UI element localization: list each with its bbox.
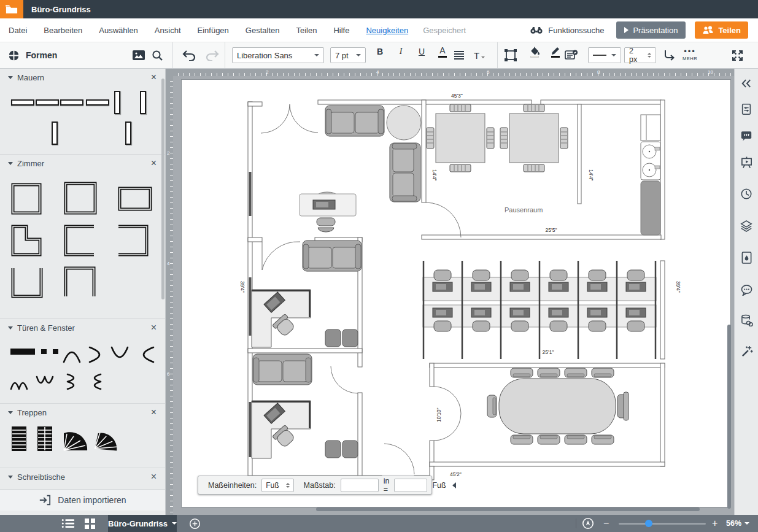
- floorplan-drawing[interactable]: 45'3" 14'4" 14'4" 25'5" 39'4" 39'4" 25'1…: [182, 80, 730, 507]
- room-shape[interactable]: [115, 223, 150, 258]
- room-shape[interactable]: [10, 265, 44, 299]
- share-button[interactable]: Teilen: [695, 21, 748, 39]
- window-shape[interactable]: [10, 347, 36, 356]
- import-data-button[interactable]: Daten importieren: [0, 489, 165, 511]
- collapse-caret-icon[interactable]: [8, 326, 13, 330]
- menu-datei[interactable]: Datei: [9, 26, 27, 35]
- exec-chair[interactable]: [617, 392, 628, 420]
- guest-chairs[interactable]: [325, 330, 358, 347]
- text-align-button[interactable]: [454, 42, 464, 68]
- zoom-in-button[interactable]: +: [712, 515, 717, 532]
- undo-button[interactable]: [182, 42, 196, 68]
- stepper-arrows[interactable]: [648, 53, 651, 58]
- door-arc-shape[interactable]: [87, 346, 107, 364]
- insert-image-button[interactable]: [133, 42, 145, 68]
- zoom-level[interactable]: 56%: [726, 515, 749, 532]
- fridge[interactable]: [641, 115, 660, 141]
- menu-bearbeiten[interactable]: Bearbeiten: [44, 26, 82, 35]
- door-opening-shape[interactable]: [41, 347, 60, 356]
- menu-ansicht[interactable]: Ansicht: [155, 26, 181, 35]
- shape-search-button[interactable]: [152, 42, 163, 68]
- collapse-caret-icon[interactable]: [8, 162, 13, 165]
- double-door-shape[interactable]: [10, 374, 29, 391]
- conference-table[interactable]: [499, 379, 616, 434]
- feedback-button[interactable]: [740, 129, 753, 142]
- more-tools-button[interactable]: •••MEHR: [683, 42, 697, 68]
- room-shape[interactable]: [117, 185, 153, 212]
- reception-desk[interactable]: [300, 192, 356, 232]
- menu-gestalten[interactable]: Gestalten: [246, 26, 280, 35]
- close-icon[interactable]: ×: [151, 72, 157, 83]
- wall-shape[interactable]: [60, 99, 83, 106]
- wall-shape[interactable]: [11, 99, 34, 106]
- collapse-caret-icon[interactable]: [8, 76, 13, 79]
- fullscreen-button[interactable]: [732, 42, 743, 68]
- theme-button[interactable]: [740, 251, 753, 264]
- office-desk[interactable]: [252, 290, 311, 347]
- round-table[interactable]: [387, 106, 421, 140]
- app-logo[interactable]: [0, 0, 23, 18]
- feature-search[interactable]: Funktionssuche: [530, 26, 604, 35]
- sofa[interactable]: [325, 106, 384, 136]
- page-settings-button[interactable]: [740, 102, 753, 116]
- font-family-select[interactable]: Liberation Sans: [232, 47, 324, 63]
- italic-button[interactable]: I: [392, 42, 410, 61]
- bold-button[interactable]: B: [371, 42, 389, 61]
- line-width-stepper[interactable]: 2 px: [624, 47, 656, 63]
- sofa[interactable]: [390, 143, 420, 202]
- scale-input[interactable]: [341, 479, 379, 492]
- door-arc-shape[interactable]: [63, 346, 82, 364]
- horizontal-scrollbar[interactable]: [316, 507, 700, 511]
- add-page-button[interactable]: [189, 515, 201, 532]
- wall-shape[interactable]: [86, 99, 109, 106]
- counter[interactable]: [641, 181, 660, 235]
- close-icon[interactable]: ×: [151, 407, 157, 418]
- stairs-shape[interactable]: [11, 426, 27, 452]
- office-desk[interactable]: [252, 401, 311, 458]
- conference-set[interactable]: [487, 368, 628, 444]
- collapse-caret-icon[interactable]: [8, 411, 13, 414]
- units-select[interactable]: Fuß: [261, 479, 293, 492]
- layers-button[interactable]: [740, 219, 753, 233]
- door-arc-shape[interactable]: [136, 346, 156, 364]
- break-table[interactable]: [427, 104, 494, 172]
- spiral-stairs-shape[interactable]: [91, 426, 119, 452]
- stairs-shape[interactable]: [37, 426, 53, 452]
- room-shape[interactable]: [10, 182, 43, 216]
- connector-button[interactable]: [663, 42, 675, 68]
- zoom-out-button[interactable]: −: [603, 515, 609, 532]
- menu-teilen[interactable]: Teilen: [296, 26, 317, 35]
- room-shape[interactable]: [63, 223, 97, 258]
- wall-shape[interactable]: [52, 121, 58, 145]
- zoom-slider-track[interactable]: [619, 523, 706, 525]
- wall-shape[interactable]: [36, 99, 59, 106]
- double-door-shape[interactable]: [36, 374, 55, 391]
- menu-einfuegen[interactable]: Einfügen: [198, 26, 229, 35]
- data-linking-button[interactable]: [740, 314, 753, 327]
- history-button[interactable]: [740, 187, 753, 201]
- text-options-button[interactable]: T: [474, 42, 485, 68]
- room-shape[interactable]: [63, 180, 98, 216]
- page-tab[interactable]: Büro-Grundriss: [108, 515, 177, 532]
- line-style-select[interactable]: [588, 47, 621, 63]
- shape-style-button[interactable]: [505, 42, 517, 68]
- cubicle-area[interactable]: [423, 261, 656, 359]
- window[interactable]: [249, 172, 252, 457]
- zoom-slider-knob[interactable]: [645, 520, 652, 527]
- collapse-bar-icon[interactable]: [452, 482, 456, 488]
- page-grid-button[interactable]: [85, 515, 95, 532]
- close-icon[interactable]: ×: [151, 158, 157, 169]
- reset-view-button[interactable]: [582, 515, 594, 532]
- close-icon[interactable]: ×: [151, 471, 157, 482]
- wall-shape[interactable]: [140, 91, 146, 114]
- menu-hilfe[interactable]: Hilfe: [333, 26, 349, 35]
- scale-equals-input[interactable]: [394, 479, 427, 492]
- collapse-rail-button[interactable]: [740, 77, 753, 90]
- sofa[interactable]: [303, 241, 362, 271]
- double-door-shape[interactable]: [64, 373, 80, 393]
- text-color-button[interactable]: A: [433, 42, 452, 61]
- room-shape[interactable]: [63, 265, 97, 299]
- presentation-button[interactable]: Präsentation: [616, 21, 686, 39]
- vertical-scrollbar[interactable]: [727, 325, 731, 509]
- magic-wand-button[interactable]: [740, 344, 753, 358]
